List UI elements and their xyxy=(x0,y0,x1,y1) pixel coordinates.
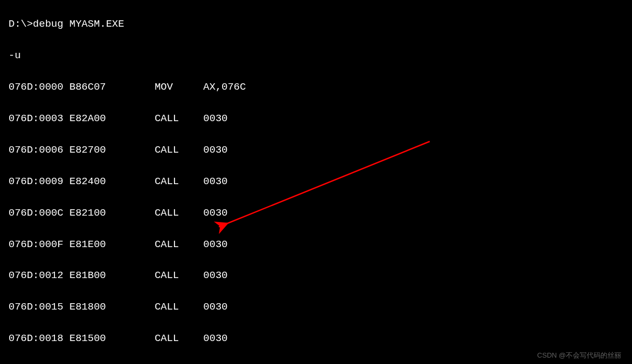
terminal-output: D:\>debug MYASM.EXE -u 076D:0000 B86C07 … xyxy=(0,0,632,364)
command-u: -u xyxy=(9,48,632,64)
disasm-row: 076D:0009 E82400 CALL 0030 xyxy=(9,174,632,189)
disasm-row: 076D:0015 E81800 CALL 0030 xyxy=(9,299,632,315)
disasm-row: 076D:0018 E81500 CALL 0030 xyxy=(9,331,632,346)
prompt-line: D:\>debug MYASM.EXE xyxy=(9,17,632,32)
disasm-row: 076D:0012 E81B00 CALL 0030 xyxy=(9,268,632,283)
disasm-row: 076D:0000 B86C07 MOV AX,076C xyxy=(9,80,632,95)
disasm-row: 076D:000F E81E00 CALL 0030 xyxy=(9,237,632,252)
watermark-text: CSDN @不会写代码的丝丽 xyxy=(537,350,621,361)
disasm-row: 076D:0006 E82700 CALL 0030 xyxy=(9,143,632,158)
disasm-row: 076D:0003 E82A00 CALL 0030 xyxy=(9,111,632,126)
disasm-row: 076D:000C E82100 CALL 0030 xyxy=(9,205,632,221)
